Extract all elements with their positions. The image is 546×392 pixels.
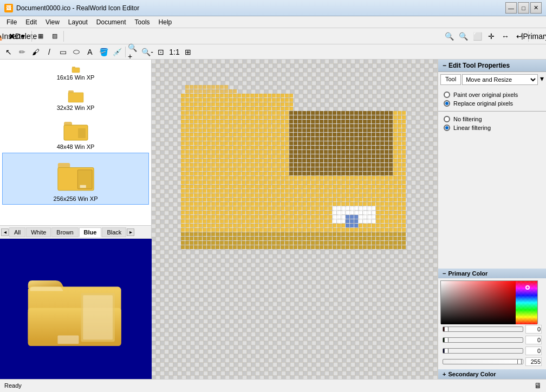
icon-list: 16x16 Win XP 32x32 Win XP bbox=[0, 60, 151, 225]
green-slider-thumb[interactable] bbox=[444, 337, 448, 343]
text-tool[interactable]: A bbox=[83, 45, 96, 58]
menu-tools[interactable]: Tools bbox=[131, 17, 154, 27]
svg-rect-20 bbox=[83, 295, 113, 339]
paint-over-radio[interactable] bbox=[444, 92, 450, 98]
icon-entry-48[interactable]: 48x48 Win XP bbox=[2, 114, 149, 153]
cursor-tool[interactable]: ↖ bbox=[2, 45, 15, 58]
close-button[interactable]: ✕ bbox=[530, 2, 542, 14]
canvas-area[interactable] bbox=[152, 60, 438, 379]
fill-tool[interactable]: 🪣 bbox=[97, 45, 110, 58]
replace-radio[interactable] bbox=[444, 100, 450, 107]
eyedrop-tool[interactable]: 💉 bbox=[110, 45, 123, 58]
brush-tool[interactable]: 🖌 bbox=[29, 45, 42, 58]
view-btn1[interactable]: ▦ bbox=[34, 30, 47, 43]
alpha-slider-track[interactable] bbox=[443, 359, 523, 364]
preview-panel bbox=[0, 238, 152, 379]
alpha-slider-row: 255 bbox=[440, 356, 544, 367]
red-value[interactable]: 0 bbox=[525, 325, 542, 334]
menu-file[interactable]: File bbox=[2, 17, 21, 27]
svg-rect-1 bbox=[72, 68, 80, 73]
view-btn2[interactable]: ▨ bbox=[48, 30, 61, 43]
maximize-button[interactable]: □ bbox=[518, 2, 529, 14]
green-slider-track[interactable] bbox=[443, 337, 523, 343]
linear-filter-label: Linear filtering bbox=[453, 125, 491, 131]
tab-bar: ◂ All White Brown Blue Black ▸ bbox=[0, 225, 151, 238]
menubar: File Edit View Layout Document Tools Hel… bbox=[0, 16, 546, 28]
no-filter-option[interactable]: No filtering bbox=[444, 115, 541, 123]
primary-expand-icon: − bbox=[443, 270, 446, 277]
red-slider-thumb[interactable] bbox=[444, 326, 448, 332]
red-slider-track[interactable] bbox=[443, 326, 523, 332]
color-mode-label: Primary bbox=[523, 32, 546, 41]
menu-view[interactable]: View bbox=[41, 17, 64, 27]
tool-zoom-out[interactable]: 🔍 bbox=[457, 30, 470, 43]
pixel-mode-group: Paint over original pixels Replace origi… bbox=[438, 87, 546, 111]
statusbar: Ready 🖥 bbox=[0, 379, 546, 391]
green-value[interactable]: 0 bbox=[525, 336, 542, 344]
tab-nav-right[interactable]: ▸ bbox=[127, 228, 134, 236]
tab-nav-left[interactable]: ◂ bbox=[1, 228, 9, 236]
filter-mode-group: No filtering Linear filtering bbox=[438, 112, 546, 135]
tab-white[interactable]: White bbox=[26, 227, 51, 237]
menu-edit[interactable]: Edit bbox=[21, 17, 41, 27]
hue-gradient bbox=[516, 281, 537, 324]
icon-label-256: 256x256 Win XP bbox=[54, 195, 98, 202]
actual-size-btn[interactable]: 1:1 bbox=[168, 45, 181, 58]
menu-document[interactable]: Document bbox=[92, 17, 131, 27]
brightness-gradient bbox=[441, 281, 517, 324]
pixel-canvas[interactable] bbox=[152, 60, 438, 379]
minus-icon[interactable]: − bbox=[443, 62, 446, 69]
icon-label-32: 32x32 Win XP bbox=[57, 104, 95, 111]
right-panel-header: − Edit Tool Properties bbox=[438, 60, 546, 72]
secondary-expand-icon: + bbox=[443, 371, 446, 377]
icon-thumbnail-48 bbox=[63, 116, 89, 142]
color-mode-primary[interactable]: Primary▾ bbox=[531, 30, 544, 43]
primary-color-label: Primary Color bbox=[448, 270, 487, 277]
tool-move[interactable]: ✛ bbox=[485, 30, 498, 43]
tool-tab-button[interactable]: Tool bbox=[440, 74, 461, 85]
tab-blue[interactable]: Blue bbox=[79, 227, 102, 237]
fit-btn[interactable]: ⊡ bbox=[154, 45, 167, 58]
tool-select-dropdown[interactable]: Move and Resize bbox=[462, 74, 538, 85]
tab-all[interactable]: All bbox=[9, 227, 25, 237]
menu-help[interactable]: Help bbox=[154, 17, 177, 27]
no-filter-radio[interactable] bbox=[444, 116, 450, 122]
tool-zoom-in[interactable]: 🔍 bbox=[443, 30, 456, 43]
alpha-value[interactable]: 255 bbox=[525, 357, 542, 366]
primary-color-header[interactable]: − Primary Color bbox=[438, 269, 546, 278]
line-tool[interactable]: / bbox=[43, 45, 56, 58]
tool-flip[interactable]: ↔ bbox=[499, 30, 512, 43]
pencil-tool[interactable]: ✏ bbox=[16, 45, 29, 58]
icon-entry-32[interactable]: 32x32 Win XP bbox=[2, 83, 149, 114]
color-gradient[interactable] bbox=[440, 280, 538, 324]
tool-select-rect[interactable]: ⬜ bbox=[471, 30, 484, 43]
secondary-color-header[interactable]: + Secondary Color bbox=[438, 369, 546, 379]
linear-filter-radio[interactable] bbox=[444, 125, 450, 131]
titlebar: 🖼 Document0000.ico - RealWorld Icon Edit… bbox=[0, 0, 546, 16]
delete-button[interactable]: ✖ Delete bbox=[16, 30, 29, 43]
color-picker-area: 0 0 0 bbox=[438, 278, 546, 369]
blue-slider-track[interactable] bbox=[443, 348, 523, 354]
minimize-button[interactable]: — bbox=[505, 2, 517, 14]
ellipse-tool[interactable]: ⬭ bbox=[70, 45, 83, 58]
edit-tool-properties-title: Edit Tool Properties bbox=[448, 62, 510, 69]
zoom-in-btn[interactable]: 🔍+ bbox=[127, 45, 140, 58]
linear-filter-option[interactable]: Linear filtering bbox=[444, 123, 541, 132]
tool-tab-bar: Tool Move and Resize ▾ bbox=[438, 72, 546, 87]
icon-entry-16[interactable]: 16x16 Win XP bbox=[2, 62, 149, 83]
zoom-out-btn[interactable]: 🔍- bbox=[141, 45, 154, 58]
alpha-slider-thumb[interactable] bbox=[517, 359, 522, 364]
tab-black[interactable]: Black bbox=[102, 227, 126, 237]
paint-over-option[interactable]: Paint over original pixels bbox=[444, 90, 541, 99]
replace-option[interactable]: Replace original pixels bbox=[444, 99, 541, 108]
rect-tool[interactable]: ▭ bbox=[56, 45, 69, 58]
menu-layout[interactable]: Layout bbox=[64, 17, 92, 27]
tab-brown[interactable]: Brown bbox=[51, 227, 78, 237]
app-icon: 🖼 bbox=[4, 4, 13, 12]
blue-slider-thumb[interactable] bbox=[444, 348, 448, 354]
toolbar2: ↖ ✏ 🖌 / ▭ ⬭ A 🪣 💉 🔍+ 🔍- ⊡ 1:1 ⊞ bbox=[0, 44, 546, 60]
blue-value[interactable]: 0 bbox=[525, 347, 542, 355]
grid-btn[interactable]: ⊞ bbox=[181, 45, 194, 58]
icon-entry-256[interactable]: 256x256 Win XP bbox=[2, 153, 149, 205]
status-text: Ready bbox=[4, 382, 22, 389]
